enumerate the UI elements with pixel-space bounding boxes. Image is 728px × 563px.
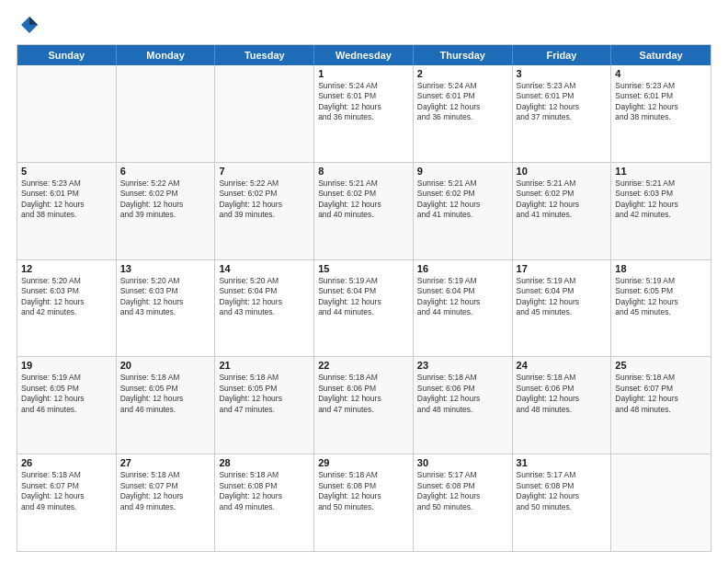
day-cell-25: 25Sunrise: 5:18 AM Sunset: 6:07 PM Dayli… [611,357,711,454]
empty-cell [17,65,117,162]
day-cell-26: 26Sunrise: 5:18 AM Sunset: 6:07 PM Dayli… [17,454,117,551]
header-day-friday: Friday [513,45,612,65]
cell-info: Sunrise: 5:18 AM Sunset: 6:08 PM Dayligh… [318,470,409,512]
day-number: 12 [21,263,112,274]
day-cell-8: 8Sunrise: 5:21 AM Sunset: 6:02 PM Daylig… [314,163,414,259]
day-number: 15 [318,263,409,274]
calendar-row-2: 12Sunrise: 5:20 AM Sunset: 6:03 PM Dayli… [17,260,711,358]
day-number: 30 [417,457,508,468]
day-number: 7 [219,166,310,177]
header-day-wednesday: Wednesday [314,45,414,65]
cell-info: Sunrise: 5:22 AM Sunset: 6:02 PM Dayligh… [120,178,211,221]
day-number: 31 [517,457,608,468]
day-cell-21: 21Sunrise: 5:18 AM Sunset: 6:05 PM Dayli… [215,357,314,454]
day-number: 28 [219,457,310,468]
day-number: 20 [120,360,211,371]
cell-info: Sunrise: 5:18 AM Sunset: 6:07 PM Dayligh… [21,470,112,512]
day-number: 18 [615,263,707,274]
day-cell-2: 2Sunrise: 5:24 AM Sunset: 6:01 PM Daylig… [414,65,513,162]
calendar-row-0: 1Sunrise: 5:24 AM Sunset: 6:01 PM Daylig… [17,65,711,163]
day-number: 11 [615,166,707,177]
day-cell-31: 31Sunrise: 5:17 AM Sunset: 6:08 PM Dayli… [513,454,612,551]
cell-info: Sunrise: 5:19 AM Sunset: 6:05 PM Dayligh… [21,373,112,415]
header [17,17,711,35]
calendar-row-3: 19Sunrise: 5:19 AM Sunset: 6:05 PM Dayli… [17,357,711,454]
day-cell-24: 24Sunrise: 5:18 AM Sunset: 6:06 PM Dayli… [513,357,612,454]
day-cell-19: 19Sunrise: 5:19 AM Sunset: 6:05 PM Dayli… [17,357,117,454]
day-number: 19 [21,360,112,371]
day-number: 29 [318,457,409,468]
cell-info: Sunrise: 5:20 AM Sunset: 6:03 PM Dayligh… [120,276,211,318]
day-number: 5 [21,166,112,177]
day-cell-30: 30Sunrise: 5:17 AM Sunset: 6:08 PM Dayli… [414,454,513,551]
day-number: 17 [517,263,608,274]
day-cell-15: 15Sunrise: 5:19 AM Sunset: 6:04 PM Dayli… [314,260,414,357]
day-cell-6: 6Sunrise: 5:22 AM Sunset: 6:02 PM Daylig… [117,163,216,259]
cell-info: Sunrise: 5:21 AM Sunset: 6:02 PM Dayligh… [318,178,409,221]
day-cell-27: 27Sunrise: 5:18 AM Sunset: 6:07 PM Dayli… [117,454,216,551]
day-number: 2 [417,68,508,79]
calendar: SundayMondayTuesdayWednesdayThursdayFrid… [17,44,711,552]
page: SundayMondayTuesdayWednesdayThursdayFrid… [0,0,728,563]
day-number: 10 [517,166,608,177]
day-number: 1 [318,68,409,79]
cell-info: Sunrise: 5:21 AM Sunset: 6:02 PM Dayligh… [517,178,608,221]
cell-info: Sunrise: 5:18 AM Sunset: 6:06 PM Dayligh… [318,373,409,415]
cell-info: Sunrise: 5:23 AM Sunset: 6:01 PM Dayligh… [615,81,707,123]
day-cell-9: 9Sunrise: 5:21 AM Sunset: 6:02 PM Daylig… [414,163,513,259]
cell-info: Sunrise: 5:19 AM Sunset: 6:04 PM Dayligh… [318,276,409,318]
day-cell-28: 28Sunrise: 5:18 AM Sunset: 6:08 PM Dayli… [215,454,314,551]
day-cell-5: 5Sunrise: 5:23 AM Sunset: 6:01 PM Daylig… [17,163,117,259]
cell-info: Sunrise: 5:20 AM Sunset: 6:03 PM Dayligh… [21,276,112,318]
cell-info: Sunrise: 5:19 AM Sunset: 6:04 PM Dayligh… [417,276,508,318]
header-day-sunday: Sunday [17,45,117,65]
day-cell-16: 16Sunrise: 5:19 AM Sunset: 6:04 PM Dayli… [414,260,513,357]
day-number: 23 [417,360,508,371]
calendar-row-1: 5Sunrise: 5:23 AM Sunset: 6:01 PM Daylig… [17,163,711,260]
day-number: 13 [120,263,211,274]
cell-info: Sunrise: 5:22 AM Sunset: 6:02 PM Dayligh… [219,178,310,221]
cell-info: Sunrise: 5:24 AM Sunset: 6:01 PM Dayligh… [318,81,409,123]
day-number: 16 [417,263,508,274]
cell-info: Sunrise: 5:24 AM Sunset: 6:01 PM Dayligh… [417,81,508,123]
day-number: 3 [517,68,608,79]
day-number: 22 [318,360,409,371]
day-cell-18: 18Sunrise: 5:19 AM Sunset: 6:05 PM Dayli… [611,260,711,357]
day-number: 8 [318,166,409,177]
cell-info: Sunrise: 5:23 AM Sunset: 6:01 PM Dayligh… [21,178,112,221]
day-number: 24 [517,360,608,371]
day-cell-13: 13Sunrise: 5:20 AM Sunset: 6:03 PM Dayli… [117,260,216,357]
cell-info: Sunrise: 5:18 AM Sunset: 6:05 PM Dayligh… [120,373,211,415]
cell-info: Sunrise: 5:18 AM Sunset: 6:08 PM Dayligh… [219,470,310,512]
day-cell-7: 7Sunrise: 5:22 AM Sunset: 6:02 PM Daylig… [215,163,314,259]
header-day-tuesday: Tuesday [215,45,314,65]
day-number: 26 [21,457,112,468]
day-cell-23: 23Sunrise: 5:18 AM Sunset: 6:06 PM Dayli… [414,357,513,454]
cell-info: Sunrise: 5:18 AM Sunset: 6:06 PM Dayligh… [417,373,508,415]
day-number: 4 [615,68,707,79]
day-number: 25 [615,360,707,371]
cell-info: Sunrise: 5:23 AM Sunset: 6:01 PM Dayligh… [517,81,608,123]
day-cell-22: 22Sunrise: 5:18 AM Sunset: 6:06 PM Dayli… [314,357,414,454]
day-cell-17: 17Sunrise: 5:19 AM Sunset: 6:04 PM Dayli… [513,260,612,357]
cell-info: Sunrise: 5:18 AM Sunset: 6:05 PM Dayligh… [219,373,310,415]
cell-info: Sunrise: 5:18 AM Sunset: 6:07 PM Dayligh… [615,373,707,415]
day-cell-14: 14Sunrise: 5:20 AM Sunset: 6:04 PM Dayli… [215,260,314,357]
empty-cell [611,454,711,551]
day-cell-10: 10Sunrise: 5:21 AM Sunset: 6:02 PM Dayli… [513,163,612,259]
day-cell-12: 12Sunrise: 5:20 AM Sunset: 6:03 PM Dayli… [17,260,117,357]
cell-info: Sunrise: 5:18 AM Sunset: 6:07 PM Dayligh… [120,470,211,512]
day-number: 9 [417,166,508,177]
day-number: 6 [120,166,211,177]
cell-info: Sunrise: 5:17 AM Sunset: 6:08 PM Dayligh… [517,470,608,512]
cell-info: Sunrise: 5:18 AM Sunset: 6:06 PM Dayligh… [517,373,608,415]
day-cell-1: 1Sunrise: 5:24 AM Sunset: 6:01 PM Daylig… [314,65,414,162]
cell-info: Sunrise: 5:17 AM Sunset: 6:08 PM Dayligh… [417,470,508,512]
header-day-thursday: Thursday [414,45,513,65]
day-number: 21 [219,360,310,371]
day-number: 14 [219,263,310,274]
day-cell-3: 3Sunrise: 5:23 AM Sunset: 6:01 PM Daylig… [513,65,612,162]
day-cell-29: 29Sunrise: 5:18 AM Sunset: 6:08 PM Dayli… [314,454,414,551]
cell-info: Sunrise: 5:20 AM Sunset: 6:04 PM Dayligh… [219,276,310,318]
calendar-body: 1Sunrise: 5:24 AM Sunset: 6:01 PM Daylig… [17,65,711,551]
